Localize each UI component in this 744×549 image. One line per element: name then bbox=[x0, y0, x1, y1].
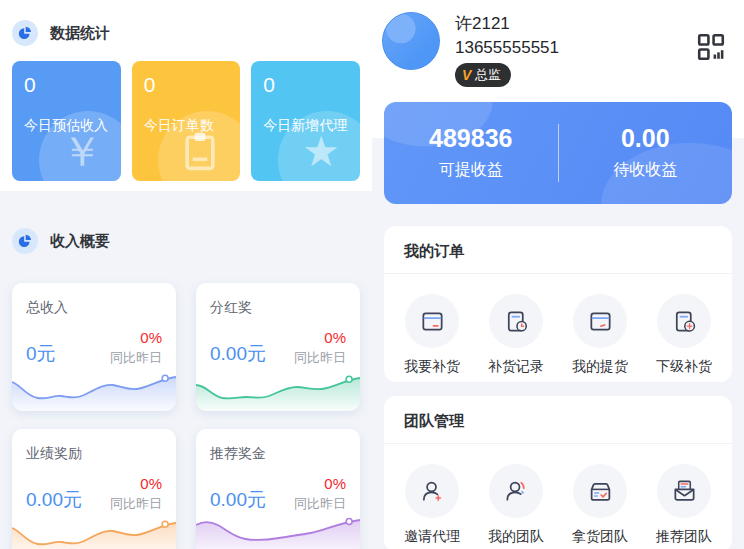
stat-card-order-count[interactable]: 0 今日订单数 bbox=[132, 61, 241, 181]
income-card-dividend[interactable]: 分红奖 0.00元 0% 同比昨日 bbox=[196, 283, 360, 411]
sub-restock-icon bbox=[657, 294, 711, 348]
menu-item-label: 拿货团队 bbox=[572, 529, 628, 544]
menu-item-label: 我的团队 bbox=[488, 529, 544, 544]
menu-item-label: 推荐团队 bbox=[656, 529, 712, 544]
goods-team-icon bbox=[573, 464, 627, 518]
menu-item-pickup[interactable]: 我的提货 bbox=[558, 294, 642, 374]
restock-icon bbox=[405, 294, 459, 348]
pending-earnings[interactable]: 0.00 待收收益 bbox=[559, 126, 733, 181]
income-card-percent: 0% bbox=[110, 475, 162, 492]
withdrawable-label: 可提收益 bbox=[384, 160, 558, 181]
income-card-compare: 同比昨日 bbox=[294, 349, 346, 367]
v-level-icon: V bbox=[462, 67, 471, 83]
income-header: 收入概要 bbox=[12, 228, 360, 254]
restock-record-icon bbox=[489, 294, 543, 348]
income-cards-grid: 总收入 0元 0% 同比昨日 bbox=[12, 283, 360, 549]
dashboard-page: 数据统计 0 今日预估收入 ￥ 0 今日订单数 bbox=[0, 0, 744, 549]
menu-item-label: 我要补货 bbox=[404, 359, 460, 374]
income-card-value: 0.00元 bbox=[210, 341, 266, 367]
income-card-percent: 0% bbox=[294, 475, 346, 492]
income-card-percent: 0% bbox=[294, 329, 346, 346]
my-team-icon bbox=[489, 464, 543, 518]
income-card-performance[interactable]: 业绩奖励 0.00元 0% 同比昨日 bbox=[12, 429, 176, 549]
left-column: 数据统计 0 今日预估收入 ￥ 0 今日订单数 bbox=[0, 0, 372, 549]
menu-item-sub-restock[interactable]: 下级补货 bbox=[642, 294, 726, 374]
invite-agent-icon bbox=[405, 464, 459, 518]
stat-value: 0 bbox=[24, 74, 109, 95]
orders-card-title: 我的订单 bbox=[384, 226, 732, 274]
income-card-title: 推荐奖金 bbox=[210, 445, 346, 463]
pending-value: 0.00 bbox=[559, 126, 733, 151]
level-badge: V 总监 bbox=[455, 63, 511, 87]
menu-item-my-team[interactable]: 我的团队 bbox=[474, 464, 558, 544]
sparkline-chart bbox=[196, 369, 360, 411]
sparkline-chart bbox=[12, 515, 176, 549]
income-card-compare: 同比昨日 bbox=[110, 495, 162, 513]
team-card: 团队管理 邀请代理 bbox=[384, 396, 732, 549]
withdrawable-value: 489836 bbox=[384, 126, 558, 151]
menu-item-referral-team[interactable]: 推荐团队 bbox=[642, 464, 726, 544]
right-column: 许2121 13655555551 V 总监 bbox=[372, 0, 744, 549]
pie-chart-icon bbox=[12, 20, 38, 46]
earnings-card: 489836 可提收益 0.00 待收收益 bbox=[384, 102, 732, 204]
income-card-percent: 0% bbox=[110, 329, 162, 346]
income-card-title: 总收入 bbox=[26, 299, 162, 317]
referral-team-icon bbox=[657, 464, 711, 518]
stat-card-estimated-income[interactable]: 0 今日预估收入 ￥ bbox=[12, 61, 121, 181]
income-section: 收入概要 总收入 0元 0% 同比昨日 bbox=[0, 191, 372, 549]
income-card-title: 业绩奖励 bbox=[26, 445, 162, 463]
stat-value: 0 bbox=[144, 74, 229, 95]
menu-item-label: 补货记录 bbox=[488, 359, 544, 374]
team-card-title: 团队管理 bbox=[384, 396, 732, 444]
stats-header: 数据统计 bbox=[12, 20, 360, 46]
level-badge-label: 总监 bbox=[475, 66, 501, 84]
income-card-value: 0元 bbox=[26, 341, 56, 367]
income-card-compare: 同比昨日 bbox=[294, 495, 346, 513]
menu-item-invite-agent[interactable]: 邀请代理 bbox=[390, 464, 474, 544]
stats-section: 数据统计 0 今日预估收入 ￥ 0 今日订单数 bbox=[0, 0, 372, 191]
sparkline-chart bbox=[12, 369, 176, 411]
stat-value: 0 bbox=[263, 74, 348, 95]
income-section-title: 收入概要 bbox=[50, 232, 110, 251]
sparkline-chart bbox=[196, 515, 360, 549]
pie-chart-icon bbox=[12, 228, 38, 254]
menu-item-restock-record[interactable]: 补货记录 bbox=[474, 294, 558, 374]
menu-item-restock[interactable]: 我要补货 bbox=[390, 294, 474, 374]
orders-card: 我的订单 我要补货 bbox=[384, 226, 732, 382]
pickup-icon bbox=[573, 294, 627, 348]
stat-card-new-agents[interactable]: 0 今日新增代理 ★ bbox=[251, 61, 360, 181]
stats-section-title: 数据统计 bbox=[50, 24, 110, 43]
menu-item-label: 下级补货 bbox=[656, 359, 712, 374]
income-card-total[interactable]: 总收入 0元 0% 同比昨日 bbox=[12, 283, 176, 411]
avatar[interactable] bbox=[382, 12, 440, 70]
pending-label: 待收收益 bbox=[559, 160, 733, 181]
withdrawable-earnings[interactable]: 489836 可提收益 bbox=[384, 126, 558, 181]
menu-item-label: 邀请代理 bbox=[404, 529, 460, 544]
data-panel-icon[interactable] bbox=[696, 32, 726, 62]
stat-cards-row: 0 今日预估收入 ￥ 0 今日订单数 bbox=[12, 61, 360, 181]
income-card-value: 0.00元 bbox=[210, 487, 266, 513]
menu-item-goods-team[interactable]: 拿货团队 bbox=[558, 464, 642, 544]
income-card-referral[interactable]: 推荐奖金 0.00元 0% 同比昨日 bbox=[196, 429, 360, 549]
income-card-compare: 同比昨日 bbox=[110, 349, 162, 367]
user-name: 许2121 bbox=[455, 12, 559, 35]
income-card-value: 0.00元 bbox=[26, 487, 82, 513]
income-card-title: 分红奖 bbox=[210, 299, 346, 317]
user-phone: 13655555551 bbox=[455, 38, 559, 58]
menu-item-label: 我的提货 bbox=[572, 359, 628, 374]
profile-header: 许2121 13655555551 V 总监 bbox=[372, 0, 744, 90]
